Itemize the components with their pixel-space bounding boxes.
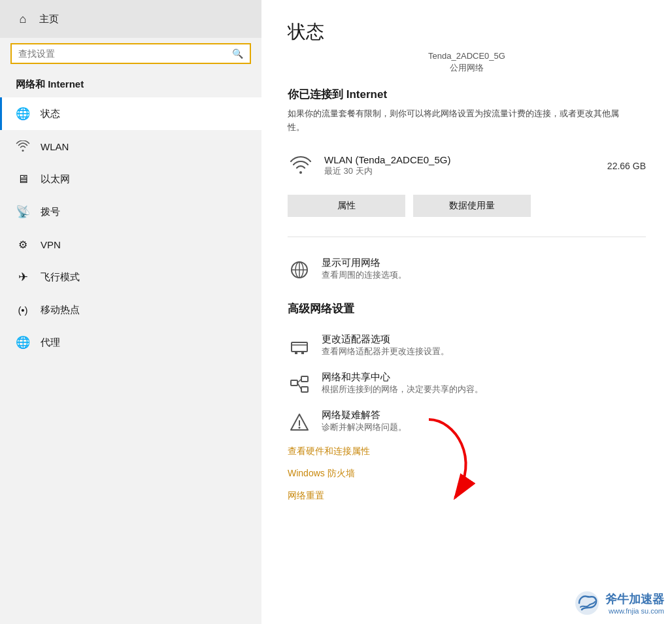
sharing-icon xyxy=(288,372,311,396)
sidebar-item-airplane-label: 飞行模式 xyxy=(41,271,80,284)
svg-rect-9 xyxy=(301,376,308,382)
wlan-icon xyxy=(16,139,30,154)
search-input[interactable] xyxy=(18,48,232,59)
wlan-signal-icon xyxy=(288,153,314,179)
main-content: 状态 Tenda_2ADCE0_5G 公用网络 你已连接到 Internet 如… xyxy=(261,0,672,624)
watermark-text-block: 斧牛加速器 www.fnjia su.com xyxy=(605,591,664,615)
connected-section: 你已连接到 Internet 如果你的流量套餐有限制，则你可以将此网络设置为按流… xyxy=(288,87,646,135)
watermark: 斧牛加速器 www.fnjia su.com xyxy=(574,590,664,616)
divider xyxy=(288,237,646,237)
sidebar-home-label: 主页 xyxy=(39,13,59,25)
sidebar-item-airplane[interactable]: ✈ 飞行模式 xyxy=(0,261,261,293)
svg-rect-6 xyxy=(295,352,297,354)
adapter-desc: 查看网络适配器并更改连接设置。 xyxy=(322,346,449,357)
troubleshoot-item[interactable]: 网络疑难解答 诊断并解决网络问题。 xyxy=(288,402,646,440)
sidebar-item-proxy[interactable]: 🌐 代理 xyxy=(0,326,261,359)
sidebar: ⌂ 主页 🔍 网络和 Internet 🌐 状态 WLAN 🖥 以太网 📡 拨号… xyxy=(0,0,261,624)
sidebar-item-hotspot-label: 移动热点 xyxy=(41,304,80,316)
svg-rect-8 xyxy=(291,380,297,386)
show-networks-icon xyxy=(288,258,311,282)
sidebar-item-status-label: 状态 xyxy=(41,108,60,120)
sharing-text: 网络和共享中心 根据所连接到的网络，决定要共享的内容。 xyxy=(322,371,483,395)
sidebar-item-wlan-label: WLAN xyxy=(41,141,69,152)
wlan-row: WLAN (Tenda_2ADCE0_5G) 最近 30 天内 22.66 GB xyxy=(288,148,646,184)
hardware-link[interactable]: 查看硬件和连接属性 xyxy=(288,440,646,463)
svg-rect-7 xyxy=(301,352,304,354)
status-icon: 🌐 xyxy=(16,107,30,121)
network-type: 公用网络 xyxy=(288,62,646,74)
sharing-title: 网络和共享中心 xyxy=(322,371,483,384)
show-networks-text: 显示可用网络 查看周围的连接选项。 xyxy=(322,257,407,281)
sidebar-item-wlan[interactable]: WLAN xyxy=(0,130,261,163)
wlan-info: WLAN (Tenda_2ADCE0_5G) 最近 30 天内 xyxy=(324,154,597,177)
adapter-text: 更改适配器选项 查看网络适配器并更改连接设置。 xyxy=(322,333,449,357)
hotspot-icon: (•) xyxy=(16,303,30,317)
sidebar-item-ethernet-label: 以太网 xyxy=(41,173,70,186)
network-name: Tenda_2ADCE0_5G xyxy=(288,51,646,61)
connected-title: 你已连接到 Internet xyxy=(288,87,646,102)
airplane-icon: ✈ xyxy=(16,270,30,284)
search-icon: 🔍 xyxy=(232,48,243,59)
properties-button[interactable]: 属性 xyxy=(288,195,405,217)
sidebar-item-status[interactable]: 🌐 状态 xyxy=(0,97,261,130)
sidebar-item-home[interactable]: ⌂ 主页 xyxy=(0,0,261,38)
svg-point-15 xyxy=(299,427,301,429)
troubleshoot-icon xyxy=(288,410,311,434)
wlan-data-usage: 22.66 GB xyxy=(607,161,646,171)
troubleshoot-desc: 诊断并解决网络问题。 xyxy=(322,421,407,433)
home-icon: ⌂ xyxy=(16,12,30,26)
svg-rect-10 xyxy=(301,387,308,392)
data-usage-button[interactable]: 数据使用量 xyxy=(413,195,531,217)
sidebar-item-vpn-label: VPN xyxy=(41,239,61,250)
search-box[interactable]: 🔍 xyxy=(10,43,251,64)
ethernet-icon: 🖥 xyxy=(16,172,30,186)
connected-desc: 如果你的流量套餐有限制，则你可以将此网络设置为按流量计费的连接，或者更改其他属性… xyxy=(288,107,628,135)
dialup-icon: 📡 xyxy=(16,205,30,219)
adapter-item[interactable]: 更改适配器选项 查看网络适配器并更改连接设置。 xyxy=(288,327,646,365)
watermark-logo xyxy=(574,590,600,616)
troubleshoot-title: 网络疑难解答 xyxy=(322,409,407,421)
reset-link[interactable]: 网络重置 xyxy=(288,485,324,507)
sidebar-item-dialup[interactable]: 📡 拨号 xyxy=(0,195,261,228)
firewall-link[interactable]: Windows 防火墙 xyxy=(288,463,646,485)
vpn-icon: ⚙ xyxy=(16,237,30,252)
wlan-name: WLAN (Tenda_2ADCE0_5G) xyxy=(324,154,597,165)
sidebar-item-proxy-label: 代理 xyxy=(41,337,60,349)
show-networks-item[interactable]: 显示可用网络 查看周围的连接选项。 xyxy=(288,250,646,288)
wlan-sub: 最近 30 天内 xyxy=(324,165,597,177)
adapter-icon xyxy=(288,335,311,358)
svg-line-12 xyxy=(297,383,301,389)
adapter-title: 更改适配器选项 xyxy=(322,333,449,346)
action-buttons: 属性 数据使用量 xyxy=(288,195,646,217)
sidebar-section-title: 网络和 Internet xyxy=(0,74,261,97)
svg-rect-4 xyxy=(292,342,307,352)
sidebar-item-hotspot[interactable]: (•) 移动热点 xyxy=(0,293,261,326)
troubleshoot-text: 网络疑难解答 诊断并解决网络问题。 xyxy=(322,409,407,433)
sidebar-item-vpn[interactable]: ⚙ VPN xyxy=(0,228,261,261)
watermark-url: www.fnjia su.com xyxy=(605,607,664,615)
show-networks-title: 显示可用网络 xyxy=(322,257,407,269)
show-networks-desc: 查看周围的连接选项。 xyxy=(322,269,407,281)
proxy-icon: 🌐 xyxy=(16,335,30,350)
page-title: 状态 xyxy=(288,20,646,44)
sharing-item[interactable]: 网络和共享中心 根据所连接到的网络，决定要共享的内容。 xyxy=(288,365,646,402)
sidebar-item-dialup-label: 拨号 xyxy=(41,206,60,218)
advanced-section-title: 高级网络设置 xyxy=(288,301,646,316)
watermark-title: 斧牛加速器 xyxy=(605,591,664,607)
sharing-desc: 根据所连接到的网络，决定要共享的内容。 xyxy=(322,384,483,395)
sidebar-item-ethernet[interactable]: 🖥 以太网 xyxy=(0,163,261,195)
